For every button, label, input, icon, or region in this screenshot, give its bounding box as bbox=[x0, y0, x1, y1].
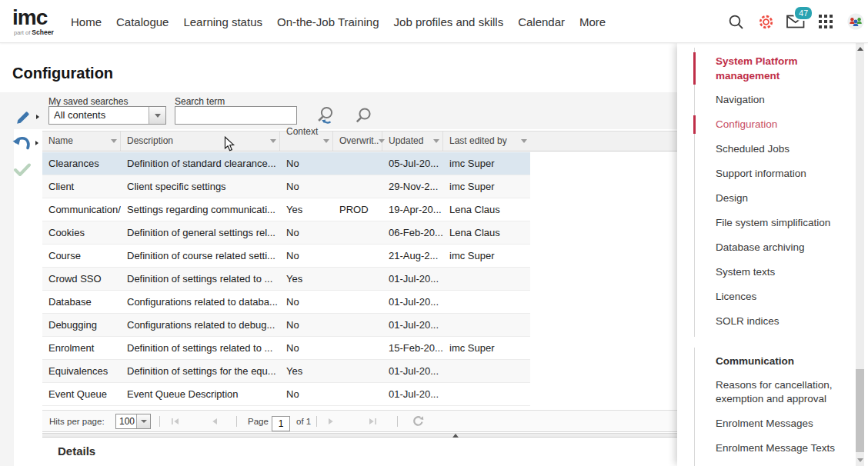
cell-overwrite bbox=[333, 175, 382, 198]
sidebar-item-licences[interactable]: Licences bbox=[716, 285, 840, 309]
page-number-input[interactable] bbox=[272, 416, 290, 431]
column-filter-icon[interactable] bbox=[521, 139, 527, 143]
cell-name: Communication/ bbox=[42, 198, 121, 221]
table-row[interactable]: Event Queue Event Queue Description No 0… bbox=[42, 383, 530, 406]
sidebar-scrollbar[interactable] bbox=[856, 43, 864, 466]
cell-overwrite bbox=[333, 291, 382, 313]
sidebar-item-scheduled-jobs[interactable]: Scheduled Jobs bbox=[716, 137, 840, 161]
cell-overwrite bbox=[333, 152, 382, 175]
pencil-menu-caret[interactable] bbox=[36, 115, 39, 119]
sidebar-item-configuration[interactable]: Configuration bbox=[716, 112, 840, 137]
sidebar-item-support-information[interactable]: Support information bbox=[716, 161, 840, 186]
table-row[interactable]: Clearances Definition of standard cleara… bbox=[42, 152, 530, 175]
app-grid-icon[interactable] bbox=[816, 12, 835, 31]
table-row[interactable]: Equivalences Definition of settings for … bbox=[42, 360, 530, 383]
saved-searches-dropdown-button[interactable] bbox=[149, 107, 165, 124]
table-row[interactable]: Client Client specific settings No 29-No… bbox=[42, 175, 530, 198]
column-header[interactable]: Context ... bbox=[280, 131, 333, 151]
sidebar-item-solr-indices[interactable]: SOLR indices bbox=[716, 309, 840, 334]
collapse-details-arrow-icon[interactable] bbox=[452, 434, 459, 438]
topnav-item-job-profiles-and-skills[interactable]: Job profiles and skills bbox=[394, 15, 504, 28]
edit-pencil-icon[interactable] bbox=[15, 108, 39, 126]
table-row[interactable]: Debugging Configurations related to debu… bbox=[42, 314, 530, 337]
topnav-item-home[interactable]: Home bbox=[71, 15, 102, 28]
cell-description: Definition of settings for the equ... bbox=[121, 360, 280, 382]
sidebar-group-header[interactable]: Communication bbox=[716, 349, 840, 373]
sidebar-item-notifications[interactable]: Notifications bbox=[716, 461, 840, 466]
previous-page-button[interactable] bbox=[212, 411, 218, 431]
cell-updated: 06-Feb-20... bbox=[382, 221, 443, 244]
imc-logo[interactable]: imc part of Scheer bbox=[12, 7, 54, 36]
cell-overwrite bbox=[333, 314, 382, 336]
table-row[interactable]: Communication/ Settings regarding commun… bbox=[42, 198, 530, 221]
sidebar-group-header[interactable]: System Platform management bbox=[716, 49, 840, 88]
undo-menu-caret[interactable] bbox=[35, 141, 38, 145]
cell-updated: 01-Jul-20... bbox=[382, 383, 443, 405]
search-term-label: Search term bbox=[175, 96, 225, 107]
topnav-item-on-the-job-training[interactable]: On-the-Job Training bbox=[277, 15, 379, 28]
profile-avatar-icon[interactable] bbox=[846, 12, 865, 31]
details-splitter[interactable] bbox=[42, 433, 677, 438]
column-header[interactable]: Description bbox=[121, 131, 280, 151]
last-page-button[interactable] bbox=[369, 411, 377, 431]
cell-name: Database bbox=[42, 291, 121, 313]
cell-last-edited-by: imc Super bbox=[443, 152, 530, 175]
sidebar-item-enrolment-message-texts[interactable]: Enrolment Message Texts bbox=[716, 436, 840, 461]
column-header[interactable]: Last edited by bbox=[443, 131, 530, 151]
column-filter-icon[interactable] bbox=[433, 139, 439, 143]
saved-searches-dropdown[interactable]: All contents bbox=[48, 106, 166, 125]
refresh-icon[interactable] bbox=[412, 411, 424, 431]
cell-context: Yes bbox=[280, 198, 333, 221]
sidebar-item-system-texts[interactable]: System texts bbox=[716, 260, 840, 285]
cell-last-edited-by bbox=[443, 268, 530, 290]
cell-context: No bbox=[280, 245, 333, 267]
topnav-item-more[interactable]: More bbox=[579, 15, 606, 28]
scrollbar-thumb[interactable] bbox=[856, 369, 864, 452]
table-row[interactable]: Cookies Definition of general settings r… bbox=[42, 221, 530, 245]
undo-icon[interactable] bbox=[12, 135, 38, 151]
column-header[interactable]: Updated bbox=[382, 131, 443, 151]
logo-text: imc bbox=[12, 7, 54, 28]
sidebar-item-design[interactable]: Design bbox=[716, 186, 840, 211]
topnav-item-catalogue[interactable]: Catalogue bbox=[116, 15, 169, 28]
page-label: Page bbox=[248, 417, 269, 426]
column-filter-icon[interactable] bbox=[270, 139, 276, 143]
first-page-button[interactable] bbox=[171, 411, 179, 431]
table-row[interactable]: Course Definition of course related sett… bbox=[42, 245, 530, 268]
messages-envelope-icon[interactable]: 47 bbox=[786, 12, 805, 31]
cell-last-edited-by: imc Super bbox=[443, 337, 530, 359]
table-row[interactable]: Database Configurations related to datab… bbox=[42, 291, 530, 314]
check-icon[interactable] bbox=[12, 162, 32, 178]
sidebar-group: System Platform managementNavigationConf… bbox=[694, 48, 868, 337]
hits-per-page-dropdown[interactable]: 100 bbox=[115, 414, 151, 429]
scroll-down-icon[interactable] bbox=[857, 458, 863, 462]
column-filter-icon[interactable] bbox=[111, 139, 117, 143]
column-header[interactable]: Overwrit.. bbox=[333, 131, 382, 151]
sidebar-item-database-archiving[interactable]: Database archiving bbox=[716, 235, 840, 260]
details-section-title: Details bbox=[58, 444, 95, 458]
scroll-up-icon[interactable] bbox=[857, 47, 863, 51]
page-of-label: of 1 bbox=[296, 417, 311, 426]
next-page-button[interactable] bbox=[328, 411, 334, 431]
sidebar-item-enrolment-messages[interactable]: Enrolment Messages bbox=[716, 411, 840, 436]
cell-last-edited-by: imc Super bbox=[443, 175, 530, 198]
cell-description: Configurations related to databa... bbox=[121, 291, 280, 313]
topnav-item-calendar[interactable]: Calendar bbox=[518, 15, 565, 28]
search-icon[interactable] bbox=[726, 12, 745, 31]
cell-context: No bbox=[280, 152, 333, 175]
table-row[interactable]: Crowd SSO Definition of settings related… bbox=[42, 268, 530, 291]
cell-overwrite bbox=[333, 268, 382, 290]
cell-context: No bbox=[280, 175, 333, 198]
column-header[interactable]: Name bbox=[42, 131, 121, 151]
sidebar-item-reasons-for-cancellation-exemption-and-a[interactable]: Reasons for cancellation, exemption and … bbox=[716, 373, 840, 411]
column-filter-icon[interactable] bbox=[323, 139, 329, 143]
sidebar-item-file-system-simplification[interactable]: File system simplification bbox=[716, 211, 840, 235]
search-term-input[interactable] bbox=[175, 106, 297, 125]
topnav-item-learning-status[interactable]: Learning status bbox=[183, 15, 262, 28]
hits-per-page-dropdown-button[interactable] bbox=[136, 414, 150, 428]
table-row[interactable]: Enrolment Definition of settings related… bbox=[42, 337, 530, 360]
run-search-icon[interactable] bbox=[354, 107, 372, 125]
sidebar-item-navigation[interactable]: Navigation bbox=[716, 88, 840, 112]
settings-gear-icon[interactable] bbox=[756, 12, 775, 31]
hits-per-page-value: 100 bbox=[116, 414, 136, 428]
